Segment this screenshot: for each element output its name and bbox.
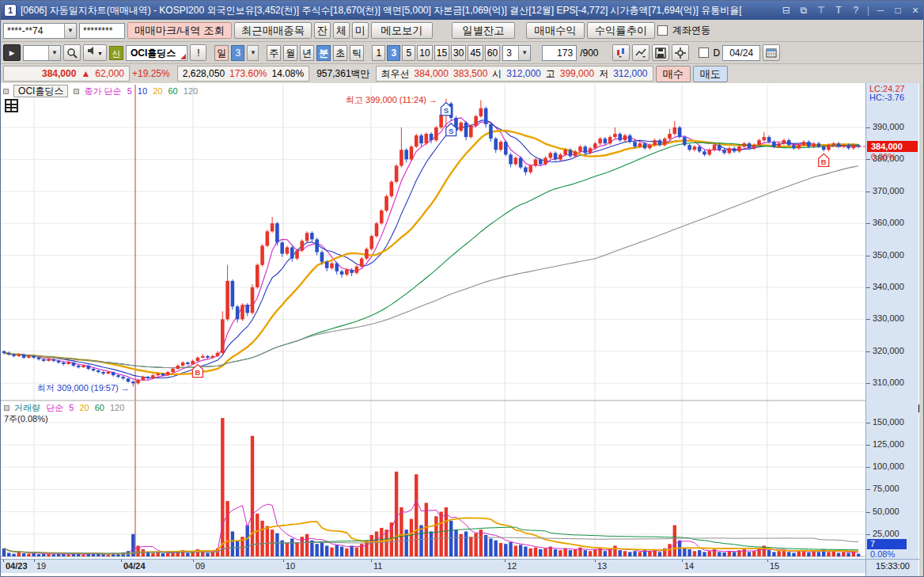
candle-total-label: /900 [580, 47, 598, 59]
current-volume-percent: 0.08% [870, 549, 895, 559]
legend-toggle-icon[interactable] [74, 89, 79, 94]
period-second-button[interactable]: 초 [333, 45, 347, 61]
trade-profit-button[interactable]: 매매수익 [526, 22, 585, 39]
maximize-button[interactable]: □ [892, 3, 904, 17]
yield-trend-button[interactable]: 수익률추이 [587, 22, 655, 39]
candle-position-field[interactable]: 173 [542, 45, 577, 61]
interval-45-button[interactable]: 45 [468, 45, 483, 61]
current-volume-badge: 7 [867, 539, 907, 549]
interval-5-button[interactable]: 5 [402, 45, 415, 61]
axis-tick [866, 445, 870, 446]
d-checkbox[interactable] [699, 47, 709, 58]
account-link-checkbox[interactable] [657, 25, 668, 36]
help-button[interactable]: ? [850, 3, 862, 17]
grid-tool-icon[interactable] [5, 99, 18, 112]
period-year-button[interactable]: 년 [300, 45, 314, 61]
buy-button[interactable]: 매수 [656, 66, 691, 82]
close-button[interactable]: × [909, 3, 922, 17]
period-tick-button[interactable]: 틱 [350, 45, 364, 61]
axis-label: 125,000 [873, 439, 904, 449]
time-label: 12 [507, 561, 517, 571]
new-stock-badge[interactable]: 신 [109, 46, 123, 60]
period-day-button[interactable]: 일 [214, 45, 229, 61]
axis-tick [866, 192, 870, 192]
price-pane-header: OCI홀딩스 종가 단순 5 10 20 60 120 [3, 85, 201, 97]
current-price: 384,000 [42, 68, 76, 79]
save-icon[interactable] [652, 44, 669, 61]
chart-switch-icon[interactable]: ▸ [3, 44, 21, 61]
day-count-value[interactable]: 3 [231, 45, 244, 61]
candle-edit-icon[interactable] [612, 44, 630, 61]
unfilled-button[interactable]: 미 [352, 22, 369, 39]
stock-chart-canvas[interactable]: BSSB [1, 83, 924, 577]
best-ask: 383,500 [453, 68, 487, 79]
ma10-label: 10 [138, 86, 147, 96]
chevron-down-icon[interactable]: ▼ [48, 46, 60, 60]
time-axis[interactable]: 04/231904/2409101112131415 [1, 559, 865, 573]
multiplier-select[interactable]: 3 ▼ [502, 45, 531, 61]
time-label: 13 [597, 561, 607, 571]
time-label: 04/24 [123, 561, 146, 571]
gear-icon[interactable] [672, 44, 689, 61]
chevron-down-icon[interactable]: ▼ [64, 24, 76, 38]
interval-15-button[interactable]: 15 [434, 45, 449, 61]
filled-button[interactable]: 체 [333, 22, 350, 39]
chart-type-select[interactable]: ▼ [23, 45, 61, 61]
daily-balance-button[interactable]: 일별잔고 [452, 22, 515, 39]
axis-tick [866, 423, 870, 423]
interval-10-button[interactable]: 10 [417, 45, 432, 61]
price-axis[interactable]: LC:24.27 HC:-3.76 15:33:00 390,000380,00… [865, 83, 918, 577]
axis-label: 340,000 [873, 282, 904, 291]
axis-label: 25,000 [873, 529, 899, 538]
sound-icon[interactable]: ▼ [83, 44, 107, 61]
period-week-button[interactable]: 주 [267, 45, 281, 61]
balance-button[interactable]: 잔 [314, 22, 331, 39]
interval-30-button[interactable]: 30 [451, 45, 466, 61]
time-tick [3, 560, 4, 562]
pane-toggle-icon[interactable] [3, 89, 9, 94]
axis-label: 370,000 [873, 186, 904, 195]
time-tick [121, 560, 122, 562]
title-bar[interactable]: 1 [0606] 자동일지차트(매매내역) - KOSPI200 외국인보유[3… [1, 1, 924, 20]
pane-toggle-icon[interactable] [4, 405, 9, 411]
vol-ma5-label: 5 [69, 403, 74, 412]
time-tick [595, 560, 596, 562]
calendar-icon[interactable] [763, 44, 780, 61]
password-field[interactable]: ******** [79, 23, 125, 39]
current-price-percent: 0.00% [871, 152, 896, 161]
pin-button[interactable]: ⊤ [815, 3, 827, 17]
search-icon[interactable] [63, 44, 81, 61]
minimize-button[interactable]: ─ [874, 3, 887, 17]
ma120-label: 120 [184, 86, 198, 96]
time-label: 10 [286, 561, 295, 571]
stock-tab[interactable]: OCI홀딩스 [13, 85, 68, 97]
axis-tick [866, 223, 870, 224]
date-field[interactable]: 04/24 [722, 45, 760, 61]
chevron-down-icon[interactable]: ▼ [518, 46, 530, 60]
multiplier-value: 3 [506, 46, 518, 60]
period-month-button[interactable]: 월 [283, 45, 297, 61]
font-button[interactable]: T [832, 3, 845, 17]
period-minute-button[interactable]: 분 [316, 45, 331, 61]
recent-trades-button[interactable]: 최근매매종목 [234, 22, 312, 39]
axis-tick [866, 159, 870, 160]
volume-ratio: 173.60% [229, 68, 267, 79]
axis-label: 320,000 [873, 346, 904, 355]
account-select[interactable]: ****-**74 ▼ [3, 23, 77, 39]
dual-view-button[interactable]: ⊟ [780, 3, 793, 17]
sell-button[interactable]: 매도 [693, 66, 728, 82]
interval-3-button[interactable]: 3 [387, 45, 400, 61]
interval-1-button[interactable]: 1 [372, 45, 385, 61]
grid-lines [1, 85, 865, 556]
copy-button[interactable]: ⧉ [797, 3, 810, 17]
trade-mark-lookup-button[interactable]: 매매마크/내역 조회 [127, 22, 232, 39]
svg-text:S: S [444, 106, 449, 115]
interval-60-button[interactable]: 60 [485, 45, 500, 61]
alert-button[interactable]: ! [190, 44, 206, 61]
chevron-down-icon[interactable]: ▼ [247, 45, 259, 61]
best-quote-label: 최우선 [381, 67, 410, 81]
stock-name-field[interactable]: OCI홀딩스 [126, 45, 187, 61]
time-label: 14 [684, 561, 694, 571]
trendline-tool-icon[interactable] [632, 44, 649, 61]
memo-view-button[interactable]: 메모보기 [371, 22, 433, 39]
